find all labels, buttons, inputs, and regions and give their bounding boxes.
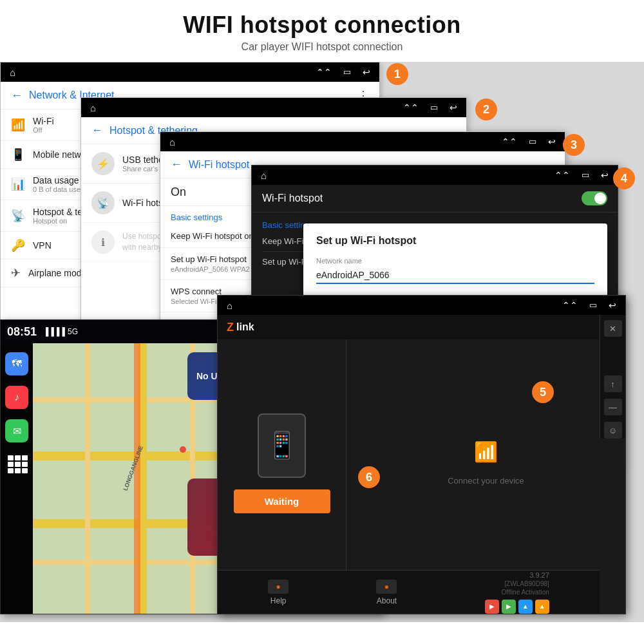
about-icon: ● [384, 582, 389, 591]
zlink-left-panel: 📱 Waiting [218, 339, 346, 587]
back-icon-2[interactable]: ↩ [450, 102, 457, 113]
wifi-hotspot-title: Wi-Fi hotspot [189, 159, 249, 171]
airplane-label: Airplane mode [28, 268, 86, 278]
arrows-icon-5: ⌃⌃ [562, 300, 578, 310]
vpn-label: VPN [33, 240, 52, 251]
info-icon: ℹ [101, 236, 105, 249]
up-arrow-icon: ↑ [611, 379, 615, 389]
music-icon-symbol: ♪ [14, 392, 19, 403]
close-icon: ✕ [609, 324, 616, 334]
network-name-label: Network name [316, 257, 594, 265]
zlink-right-sidebar: ✕ ↑ — ☺ [600, 315, 625, 439]
android-bar-2: ⌂ ⌃⌃ ▭ ↩ [81, 98, 466, 117]
home-icon-4[interactable]: ⌂ [261, 170, 267, 181]
back-arrow-1[interactable]: ← [11, 89, 23, 102]
home-icon-5[interactable]: ⌂ [227, 300, 232, 311]
back-icon-5[interactable]: ↩ [609, 300, 616, 310]
recent-icon-2[interactable]: ▭ [430, 102, 438, 113]
smile-icon: ☺ [609, 426, 617, 435]
nav-icon-sym: ▲ [522, 603, 529, 610]
page-title: WIFI hotspot connection [13, 12, 631, 39]
android-auto-icon[interactable]: ▶ [485, 600, 499, 614]
dash-btn[interactable]: — [604, 399, 622, 415]
close-btn[interactable]: ✕ [604, 320, 622, 337]
recent-icon-4[interactable]: ▭ [582, 170, 589, 180]
mobile-icon: 📱 [11, 147, 25, 162]
step-badge-5: 5 [532, 381, 554, 403]
zlink-right-panel: 📶 Connect your device [346, 339, 625, 587]
usb-icon: ⚡ [97, 158, 109, 170]
zlink-logo-z: Z [227, 321, 234, 334]
home-icon-2[interactable]: ⌂ [90, 102, 96, 113]
about-label: About [377, 596, 397, 605]
help-icon: ● [276, 582, 281, 591]
on-label: On [171, 185, 186, 199]
phone-visual: 📱 [258, 413, 306, 478]
messages-app-icon[interactable]: ✉ [5, 419, 28, 442]
music-app-icon[interactable]: ♪ [5, 386, 28, 409]
page-subtitle: Car player WIFI hotspot connection [13, 41, 631, 53]
airplane-icon: ✈ [11, 266, 21, 280]
back-icon[interactable]: ↩ [363, 67, 370, 77]
back-arrow-2[interactable]: ← [91, 124, 103, 137]
signal-bars-icon: ▐▐▐▐ [43, 327, 65, 336]
data-icon: 📊 [11, 177, 25, 191]
hotspot-icon: 📡 [11, 209, 25, 223]
help-button[interactable]: ● Help [268, 580, 289, 605]
wifi-label: Wi-Fi [33, 116, 54, 126]
activation-label: Offline Activation [502, 589, 549, 596]
zlink-bottom-bar: ● Help ● About 3.9.27 [ZWLAB90D98] Offli… [218, 570, 600, 614]
android-bar-4: ⌂ ⌃⌃ ▭ ↩ [252, 166, 618, 185]
step-badge-1: 1 [386, 63, 408, 85]
version-area: 3.9.27 [ZWLAB90D98] Offline Activation ▶… [485, 571, 549, 614]
nav-icon-2[interactable]: ▲ [535, 600, 549, 614]
cp-icon-sym: ▶ [506, 603, 511, 610]
back-arrow-3[interactable]: ← [171, 158, 182, 171]
network-name-input[interactable] [316, 267, 594, 284]
phone-icon: 📱 [266, 430, 298, 460]
data-label: Data usage [33, 175, 84, 185]
up-btn[interactable]: ↑ [604, 375, 622, 392]
zlink-content: 📱 Waiting 📶 Connect your device [218, 339, 625, 587]
time-display: 08:51 [7, 325, 37, 339]
back-icon-3[interactable]: ↩ [548, 137, 556, 147]
zlink-logo-text: link [236, 321, 254, 333]
dialog-title: Set up Wi-Fi hotspot [316, 235, 594, 247]
carplay-icon[interactable]: ▶ [502, 600, 516, 614]
messages-icon-symbol: ✉ [13, 425, 21, 437]
maps-app-icon[interactable]: 🗺 [5, 352, 28, 375]
home-icon-3[interactable]: ⌂ [169, 137, 175, 147]
aa-icon-sym: ▶ [489, 603, 495, 610]
dash-icon: — [609, 402, 617, 412]
android-bar-5: ⌂ ⌃⌃ ▭ ↩ [218, 296, 625, 315]
smile-btn[interactable]: ☺ [604, 422, 622, 439]
recent-icon-3[interactable]: ▭ [529, 137, 536, 147]
screen-5-zlink: ⌂ ⌃⌃ ▭ ↩ Z link 📱 Waiting 📶 C [217, 295, 626, 614]
about-button[interactable]: ● About [376, 580, 397, 605]
data-sub: 0 B of data used [33, 185, 84, 193]
recent-icon[interactable]: ▭ [343, 67, 351, 77]
recent-icon-5[interactable]: ▭ [589, 300, 597, 310]
vpn-icon: 🔑 [11, 238, 25, 252]
nav-icon-sym2: ▲ [539, 603, 545, 610]
android-bar-1: ⌂ ⌃⌃ ▭ ↩ [1, 62, 379, 82]
waiting-button[interactable]: Waiting [234, 489, 330, 513]
map-icon-symbol: 🗺 [12, 358, 22, 370]
arrows-icon-3: ⌃⌃ [502, 137, 517, 147]
wifi-hotspot-icon: 📡 [97, 197, 109, 209]
home-icon[interactable]: ⌂ [10, 67, 15, 78]
nav-icon-1[interactable]: ▲ [518, 600, 533, 614]
header: WIFI hotspot connection Car player WIFI … [0, 0, 644, 59]
back-icon-4[interactable]: ↩ [601, 170, 609, 180]
grid-app-button[interactable] [5, 453, 28, 476]
step-badge-2: 2 [475, 99, 497, 120]
zlink-header-bar: Z link [218, 315, 625, 339]
step-badge-3: 3 [563, 134, 585, 156]
step-badge-6: 6 [358, 466, 380, 488]
toggle-switch-4[interactable] [582, 191, 607, 205]
device-id: [ZWLAB90D98] [504, 580, 549, 587]
content-area: ⌂ ⌃⌃ ▭ ↩ ← Network & Internet ⋮ 📶 Wi-Fi … [0, 62, 644, 622]
arrows-icon-2: ⌃⌃ [403, 102, 419, 113]
arrows-icon: ⌃⌃ [316, 67, 332, 77]
zlink-info-text: Connect your device [448, 476, 524, 486]
